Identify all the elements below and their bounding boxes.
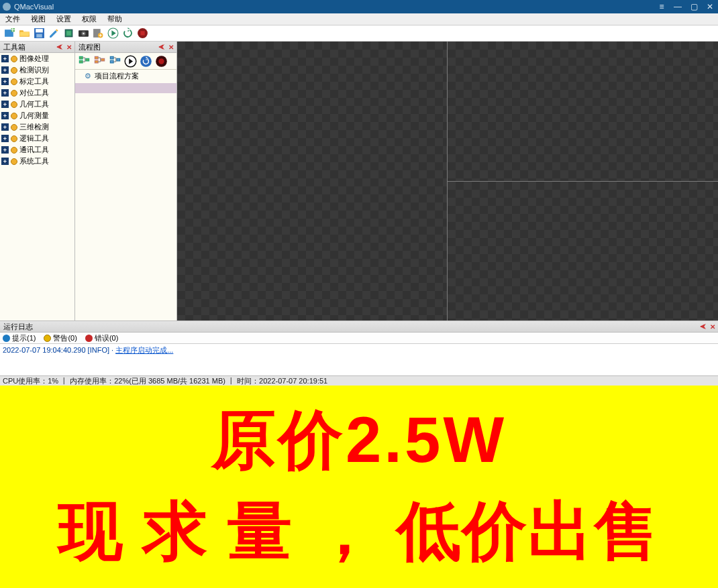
tool-item-calib[interactable]: +标定工具 — [0, 76, 74, 87]
svg-rect-20 — [101, 58, 104, 61]
panel-close-icon[interactable]: ✕ — [708, 322, 717, 331]
expand-icon: + — [1, 112, 9, 119]
expand-icon: + — [1, 66, 9, 74]
svg-point-27 — [158, 58, 164, 64]
tool-item-3d[interactable]: +三维检测 — [0, 121, 74, 133]
svg-rect-16 — [79, 60, 83, 63]
refresh-icon[interactable] — [121, 27, 134, 40]
expand-icon: + — [1, 89, 9, 97]
view-aux-top[interactable] — [448, 42, 718, 182]
view-aux-bottom[interactable] — [448, 182, 718, 321]
open-icon[interactable] — [17, 27, 31, 40]
tool-item-measure[interactable]: +几何测量 — [0, 110, 74, 121]
toolbox-title: 工具箱 — [1, 42, 25, 52]
maximize-button[interactable]: ▢ — [686, 0, 702, 13]
save-icon[interactable] — [32, 27, 46, 40]
log-icon[interactable] — [91, 27, 105, 40]
dot-icon — [11, 158, 17, 165]
toolbox-panel: 工具箱 ⮜ ✕ +图像处理 +检测识别 +标定工具 +对位工具 +几何工具 +几… — [0, 42, 75, 320]
gear-icon: ⚙ — [85, 72, 91, 80]
svg-rect-3 — [36, 29, 43, 32]
app-icon — [3, 3, 11, 11]
tool-item-system[interactable]: +系统工具 — [0, 156, 74, 167]
pin-icon[interactable]: ⮜ — [157, 43, 166, 52]
flow-toolbar — [75, 53, 176, 70]
svg-point-9 — [83, 33, 85, 35]
tool-item-geom[interactable]: +几何工具 — [0, 99, 74, 110]
banner-line-1: 原价2.5W — [211, 398, 507, 485]
flow-tool-3-icon[interactable] — [107, 54, 122, 68]
menu-view[interactable]: 视图 — [25, 14, 51, 24]
play-icon[interactable] — [106, 27, 119, 40]
menu-help[interactable]: 帮助 — [102, 14, 127, 24]
info-dot-icon — [3, 335, 10, 342]
pin-icon[interactable]: ⮜ — [699, 322, 707, 331]
menu-file[interactable]: 文件 — [0, 14, 25, 24]
expand-icon: + — [1, 158, 9, 165]
chip-icon[interactable] — [62, 27, 75, 40]
close-button[interactable]: ✕ — [702, 0, 718, 13]
expand-icon: + — [1, 146, 9, 154]
error-dot-icon — [85, 335, 93, 342]
camera-icon[interactable] — [76, 27, 90, 40]
flow-play-icon[interactable] — [123, 54, 138, 68]
panel-close-icon[interactable]: ✕ — [166, 43, 175, 52]
dot-icon — [11, 147, 17, 154]
menu-permission[interactable]: 权限 — [76, 14, 102, 24]
flow-loop-icon[interactable] — [138, 54, 153, 68]
svg-rect-15 — [79, 56, 83, 59]
titlebar: QMacVisual ≡ — ▢ ✕ — [0, 0, 718, 13]
new-icon[interactable] — [3, 27, 16, 40]
flow-tool-2-icon[interactable] — [92, 54, 107, 68]
svg-rect-4 — [36, 34, 42, 38]
dot-icon — [11, 67, 17, 74]
pin-icon[interactable]: ⮜ — [55, 43, 64, 52]
tree-item-project[interactable]: ⚙ 项目流程方案 — [75, 70, 176, 82]
tool-item-align[interactable]: +对位工具 — [0, 87, 74, 99]
banner-line-2: 现求量，低价出售 — [58, 489, 660, 576]
viewport — [177, 42, 718, 320]
svg-rect-17 — [85, 58, 89, 61]
status-text: CPU使用率：1% 丨 内存使用率：22%(已用 3685 MB/共 16231… — [3, 376, 327, 386]
dot-icon — [11, 124, 17, 131]
edit-icon[interactable] — [47, 27, 60, 40]
tool-item-detect[interactable]: +检测识别 — [0, 64, 74, 76]
log-body[interactable]: 2022-07-07 19:04:40.290 [INFO] · 主程序启动完成… — [0, 344, 718, 375]
filter-warn[interactable]: 警告(0) — [44, 333, 76, 343]
statusbar: CPU使用率：1% 丨 内存使用率：22%(已用 3685 MB/共 16231… — [0, 375, 718, 386]
stop-icon[interactable] — [136, 27, 149, 40]
expand-icon: + — [1, 101, 9, 108]
svg-rect-18 — [95, 56, 98, 59]
filter-err[interactable]: 错误(0) — [85, 333, 118, 343]
selected-row[interactable] — [75, 83, 176, 93]
dot-icon — [11, 90, 17, 97]
tool-item-comm[interactable]: +通讯工具 — [0, 144, 74, 156]
menubar: 文件 视图 设置 权限 帮助 — [0, 13, 718, 25]
log-link[interactable]: 主程序启动完成... — [115, 346, 173, 354]
app-title: QMacVisual — [14, 3, 54, 11]
log-panel: 运行日志 ⮜ ✕ 提示(1) 警告(0) 错误(0) 2022-07-07 19… — [0, 320, 718, 375]
flow-tool-1-icon[interactable] — [76, 54, 91, 68]
tool-item-image[interactable]: +图像处理 — [0, 53, 74, 64]
flow-record-icon[interactable] — [154, 54, 168, 68]
log-line: 2022-07-07 19:04:40.290 [INFO] · 主程序启动完成… — [3, 345, 715, 355]
dot-icon — [11, 113, 17, 119]
svg-rect-22 — [110, 60, 113, 63]
menu-settings[interactable]: 设置 — [51, 14, 76, 24]
dot-icon — [11, 101, 17, 108]
minimize-button[interactable]: — — [670, 0, 686, 13]
svg-rect-14 — [140, 31, 144, 35]
hamburger-icon[interactable]: ≡ — [654, 0, 670, 13]
view-main[interactable] — [177, 42, 448, 320]
expand-icon: + — [1, 78, 9, 85]
ad-banner: 原价2.5W 现求量，低价出售 — [0, 386, 718, 588]
main-area: 工具箱 ⮜ ✕ +图像处理 +检测识别 +标定工具 +对位工具 +几何工具 +几… — [0, 42, 718, 320]
svg-rect-21 — [110, 56, 113, 59]
expand-icon: + — [1, 135, 9, 142]
svg-rect-19 — [95, 60, 98, 63]
panel-close-icon[interactable]: ✕ — [64, 43, 73, 52]
filter-hint[interactable]: 提示(1) — [3, 333, 36, 343]
toolbox-list: +图像处理 +检测识别 +标定工具 +对位工具 +几何工具 +几何测量 +三维检… — [0, 53, 74, 320]
dot-icon — [11, 78, 17, 85]
tool-item-logic[interactable]: +逻辑工具 — [0, 133, 74, 144]
